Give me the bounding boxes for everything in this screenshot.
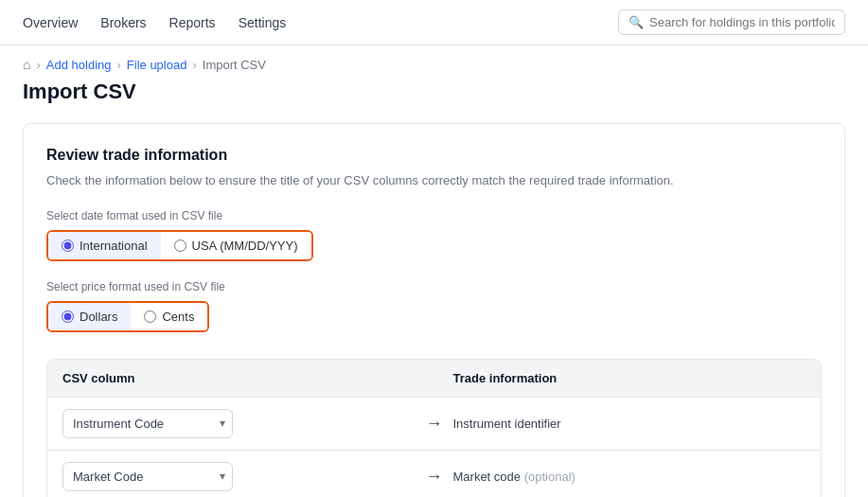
table-header: CSV column Trade information bbox=[47, 360, 821, 398]
trade-info-1: Instrument identifier bbox=[453, 417, 806, 431]
nav-reports[interactable]: Reports bbox=[169, 11, 216, 34]
table-row: Instrument Code Market Code Trade Date Q… bbox=[47, 398, 821, 451]
date-format-international[interactable]: International bbox=[48, 232, 161, 259]
breadcrumb-file-upload[interactable]: File upload bbox=[127, 58, 187, 72]
csv-column-select-2[interactable]: Market Code Instrument Code Trade Date Q… bbox=[62, 462, 233, 491]
csv-mapping-table: CSV column Trade information Instrument … bbox=[46, 359, 822, 498]
table-row: Market Code Instrument Code Trade Date Q… bbox=[47, 451, 821, 498]
col-csv-header: CSV column bbox=[62, 371, 416, 385]
page-header: Import CSV bbox=[0, 76, 868, 123]
search-input[interactable] bbox=[649, 15, 835, 29]
date-format-group: International USA (MM/DD/YYY) bbox=[46, 230, 313, 261]
search-box: 🔍 bbox=[618, 9, 845, 35]
search-icon: 🔍 bbox=[629, 15, 644, 29]
main-card: Review trade information Check the infor… bbox=[23, 123, 845, 497]
card-description: Check the information below to ensure th… bbox=[46, 171, 822, 190]
page-title: Import CSV bbox=[23, 80, 845, 104]
price-format-group: Dollars Cents bbox=[46, 301, 209, 332]
price-format-label: Select price format used in CSV file bbox=[46, 280, 822, 293]
csv-column-select-wrapper-2: Market Code Instrument Code Trade Date Q… bbox=[62, 462, 233, 491]
nav-links: Overview Brokers Reports Settings bbox=[23, 11, 286, 34]
col-trade-header: Trade information bbox=[453, 371, 806, 385]
mapping-arrow-2: → bbox=[416, 467, 453, 487]
top-nav: Overview Brokers Reports Settings 🔍 bbox=[0, 0, 868, 45]
breadcrumb-current: Import CSV bbox=[203, 58, 266, 72]
csv-column-select-wrapper-1: Instrument Code Market Code Trade Date Q… bbox=[62, 409, 233, 438]
price-format-dollars[interactable]: Dollars bbox=[48, 303, 131, 330]
nav-overview[interactable]: Overview bbox=[23, 11, 78, 34]
nav-settings[interactable]: Settings bbox=[239, 11, 287, 34]
csv-column-select-1[interactable]: Instrument Code Market Code Trade Date Q… bbox=[62, 409, 233, 438]
breadcrumb-add-holding[interactable]: Add holding bbox=[46, 58, 112, 72]
card-title: Review trade information bbox=[46, 147, 822, 164]
date-format-usa[interactable]: USA (MM/DD/YYY) bbox=[161, 232, 311, 259]
mapping-arrow-1: → bbox=[416, 414, 453, 434]
home-icon[interactable]: ⌂ bbox=[23, 57, 30, 72]
date-format-label: Select date format used in CSV file bbox=[46, 209, 822, 222]
col-arrow-header bbox=[416, 371, 453, 385]
price-format-cents[interactable]: Cents bbox=[131, 303, 207, 330]
nav-brokers[interactable]: Brokers bbox=[100, 11, 146, 34]
breadcrumb: ⌂ › Add holding › File upload › Import C… bbox=[0, 45, 868, 76]
trade-info-2: Market code (optional) bbox=[453, 470, 806, 484]
optional-label: (optional) bbox=[524, 470, 576, 484]
